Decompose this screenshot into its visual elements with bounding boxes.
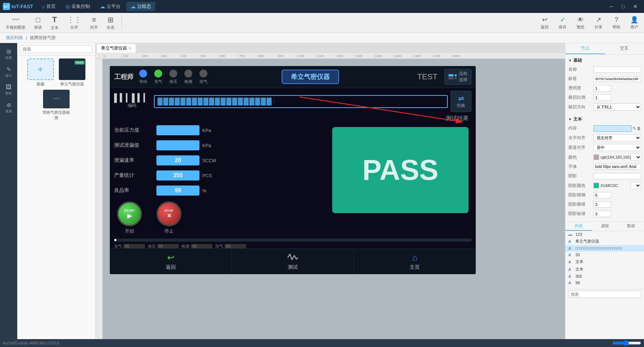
canvas-tab-label: 希立气密仪器 — [101, 45, 127, 51]
card-device-icon: PASS — [59, 58, 85, 80]
shadow-input[interactable] — [593, 173, 641, 179]
list-item-3-icon: A — [568, 253, 574, 257]
left-side-nav: ⊞ 应用 ✎ 设计 🖼 图库 ⊕ 资源 — [0, 43, 17, 347]
list-item-2[interactable]: A □□□□□□□□□□□□□□□□□□□□□□□□ — [565, 245, 644, 252]
list-item-6[interactable]: A 355 — [565, 273, 644, 280]
b-dot-19 — [261, 98, 266, 105]
list-item-7[interactable]: A 98 — [565, 280, 644, 286]
stage-bar-hold-value: 0S — [159, 244, 163, 248]
canvas-main[interactable]: 工程师 等待 充气 — [103, 59, 565, 347]
clip-dir-select[interactable]: 从下到上 从上到下 从左到右 从右到左 — [593, 103, 641, 111]
tool-select-all[interactable]: ⊞ 全选 — [104, 14, 117, 32]
plus-icon: + — [37, 64, 43, 75]
list-item-1[interactable]: A 希立气密仪器 — [565, 238, 644, 245]
shadow-color-swatch[interactable] — [593, 183, 599, 188]
canvas-tab-device[interactable]: 希立气密仪器 ✕ — [97, 44, 136, 53]
btn-back[interactable]: ↩ 返回 — [538, 14, 551, 31]
ruler-mark-200: 200 — [141, 54, 161, 58]
nav-collect[interactable]: ◎ 采集控制 — [61, 2, 94, 11]
stage-hold-dot — [169, 70, 177, 78]
dc-process-btn[interactable]: 流程选择 — [445, 69, 471, 85]
tag-input[interactable] — [593, 76, 641, 82]
footer-home[interactable]: ⌂ 主页 — [354, 249, 476, 274]
gallery-icon: 🖼 — [6, 84, 11, 90]
tool-distribute[interactable]: ≡ 对齐 — [87, 14, 101, 32]
list-item-3[interactable]: A 20 — [565, 252, 644, 258]
pr-tab-node[interactable]: 节点 — [565, 43, 605, 54]
ruler-mark-1200: 1200 — [335, 54, 354, 58]
color-select[interactable] — [631, 154, 641, 161]
ruler-mark-1100: 1100 — [316, 54, 335, 58]
stage-exhaust: 排气 — [199, 70, 207, 84]
btn-share[interactable]: ↗ 分享 — [592, 14, 605, 31]
sidebar-item-design[interactable]: ✎ 设计 — [1, 64, 16, 80]
text-icon: T — [52, 15, 57, 24]
sidebar-item-gallery[interactable]: 🖼 图库 — [1, 82, 16, 98]
barcode-input[interactable]: : — [154, 95, 448, 108]
shadow-color-select[interactable] — [630, 182, 641, 189]
btn-preview[interactable]: 👁 预览 — [574, 15, 587, 31]
sidebar-item-app[interactable]: ⊞ 应用 — [1, 46, 16, 62]
process-btn-label: 流程选择 — [459, 71, 467, 83]
color-swatch[interactable] — [593, 154, 599, 160]
pr-tab-interact[interactable]: 交互 — [605, 43, 644, 54]
pr-list-tab-list[interactable]: 列表 — [565, 222, 592, 231]
content-input[interactable] — [593, 125, 632, 132]
minimize-button[interactable]: ─ — [606, 0, 617, 13]
pressure-bar — [156, 125, 199, 135]
shadow-y-input[interactable] — [593, 211, 611, 217]
stage-wait: 等待 — [139, 70, 147, 84]
footer-test[interactable]: 测试 — [232, 249, 354, 274]
shape-label: 形状 — [34, 25, 42, 30]
ruler-mark-100: 100 — [122, 54, 141, 58]
close-button[interactable]: ✕ — [630, 0, 641, 13]
breadcrumb-item-1[interactable]: 项目列表 — [6, 35, 23, 41]
list-item-5[interactable]: A 文本 — [565, 266, 644, 273]
nav-cloudui[interactable]: ☁ 云组态 — [126, 2, 155, 11]
maximize-button[interactable]: □ — [618, 0, 628, 13]
b-dot-8 — [198, 98, 203, 105]
list-search-input[interactable] — [568, 291, 641, 298]
stage-fill-dot — [154, 70, 162, 78]
tab-close-icon[interactable]: ✕ — [128, 46, 131, 50]
name-input[interactable] — [593, 66, 641, 73]
btn-user[interactable]: 👤 用户 — [627, 14, 641, 31]
search-input[interactable] — [20, 45, 92, 53]
card-device[interactable]: PASS 希立气密仪器 — [58, 58, 86, 87]
valign-select[interactable]: 居中 顶部 底部 — [593, 144, 641, 151]
list-item-6-text: 355 — [575, 274, 582, 278]
opacity-input[interactable] — [593, 85, 611, 92]
start-button[interactable]: START ▶ — [117, 201, 142, 226]
card-new[interactable]: + 新建 — [26, 58, 55, 87]
footer-back[interactable]: ↩ 返回 — [110, 249, 232, 274]
pr-list-tab-data[interactable]: 数据 — [618, 222, 644, 231]
nav-cloud-label: 云平台 — [107, 3, 121, 10]
halign-select[interactable]: 居左对齐 居中对齐 居右对齐 — [593, 134, 641, 141]
tool-shape[interactable]: □ 形状 — [31, 14, 45, 32]
pr-list-tab-lock[interactable]: 虚锁 — [592, 222, 618, 231]
font-input[interactable] — [593, 164, 641, 170]
tool-align[interactable]: ⋮⋮ 分齐 — [64, 14, 84, 32]
card-pipe[interactable]: 〰 管路气密仪器检测 — [42, 90, 71, 121]
content-edit-icon[interactable]: ✎ — [633, 126, 636, 131]
shadow-blur-input[interactable] — [593, 192, 611, 198]
list-item-4[interactable]: A 文本 — [565, 258, 644, 266]
tool-text[interactable]: T 文本 — [48, 14, 61, 32]
tool-irregular[interactable]: 〰 不规则图形 — [3, 14, 28, 32]
pr-section-basic-header[interactable]: ▼ 基础 — [565, 56, 644, 65]
process-dot-2 — [455, 77, 457, 79]
switch-btn[interactable]: ⇌ 切换 — [451, 91, 471, 112]
content-delete-icon[interactable]: 🗑 — [637, 126, 641, 131]
zoom-slider[interactable] — [612, 340, 641, 346]
stop-button[interactable]: STOP ✕ — [156, 201, 182, 226]
sidebar-item-resource[interactable]: ⊕ 资源 — [1, 99, 16, 116]
nav-home[interactable]: ⌂ 首页 — [38, 2, 60, 11]
nav-cloud[interactable]: ☁ 云平台 — [96, 2, 125, 11]
btn-save[interactable]: ✓ 保存 — [556, 14, 569, 31]
shadow-x-input[interactable] — [593, 201, 611, 208]
switch-icon: ⇌ — [458, 94, 464, 103]
clip-ratio-input[interactable] — [593, 94, 611, 101]
list-item-0[interactable]: ▬ 123 — [565, 231, 644, 238]
pr-section-text-header[interactable]: ▼ 文本 — [565, 115, 644, 124]
btn-help[interactable]: ? 帮助 — [610, 15, 623, 31]
